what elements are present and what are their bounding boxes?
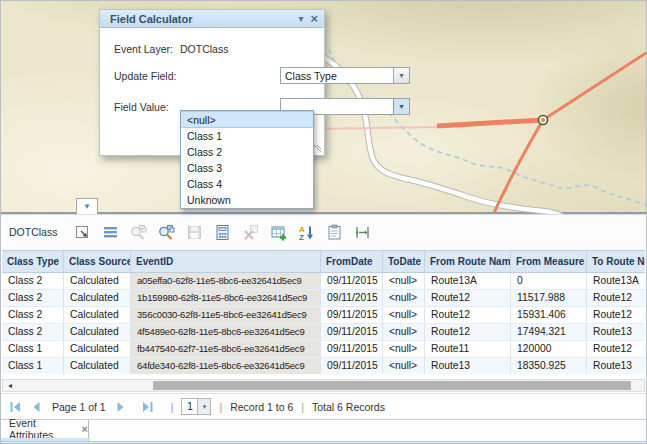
table-cell[interactable]: 17494.321 [511, 324, 587, 341]
table-cell[interactable]: 09/11/2015 [321, 341, 383, 358]
column-header[interactable]: EventID [131, 251, 321, 273]
table-cell[interactable]: 09/11/2015 [321, 324, 383, 341]
previous-page-button[interactable] [31, 401, 41, 413]
table-cell[interactable]: Class 1 [2, 358, 64, 374]
field-value-dropdown-button[interactable]: ▼ [393, 99, 409, 114]
column-header[interactable]: ToDate [383, 251, 425, 273]
table-cell[interactable]: 356c0030-62f8-11e5-8bc6-ee32641d5ec9 [131, 307, 321, 324]
table-cell[interactable]: Route12 [425, 307, 511, 324]
dropdown-option[interactable]: Class 2 [181, 144, 313, 160]
table-cell[interactable]: Calculated [64, 358, 131, 374]
table-row[interactable]: Class 1Calculated64fde340-62f8-11e5-8bc6… [2, 358, 645, 374]
table-cell[interactable]: 15931.406 [511, 307, 587, 324]
table-cell[interactable]: 09/11/2015 [321, 358, 383, 374]
table-cell[interactable]: Route13 [425, 358, 511, 374]
table-row[interactable]: Class 2Calculated4f5489e0-62f8-11e5-8bc6… [2, 324, 645, 341]
route-line-northeast[interactable] [543, 51, 646, 120]
column-header[interactable]: Class Source [64, 251, 131, 273]
last-page-button[interactable] [141, 401, 154, 413]
dialog-menu-icon[interactable]: ▾ [298, 14, 303, 24]
dialog-close-icon[interactable]: × [310, 14, 318, 24]
table-cell[interactable]: Calculated [64, 290, 131, 307]
table-cell[interactable]: Class 2 [2, 307, 64, 324]
table-cell[interactable]: Class 2 [2, 273, 64, 290]
table-cell[interactable]: a05effa0-62f8-11e5-8bc6-ee32641d5ec9 [131, 273, 321, 290]
table-cell[interactable]: 4f5489e0-62f8-11e5-8bc6-ee32641d5ec9 [131, 324, 321, 341]
pagination-bar: Page 1 of 1 | 1 ▼ | Record 1 to 6 | Tota… [1, 393, 646, 419]
column-header[interactable]: From Measure [511, 251, 587, 273]
tab-event-attributes[interactable]: Event Attributes × [1, 420, 89, 438]
panel-collapse-tab[interactable]: ▼ [76, 198, 98, 214]
table-row[interactable]: Class 2Calculateda05effa0-62f8-11e5-8bc6… [2, 273, 645, 290]
table-cell[interactable]: <null> [383, 358, 425, 374]
dropdown-option[interactable]: Class 1 [181, 128, 313, 144]
zoom-to-features-icon[interactable] [157, 223, 175, 241]
page-select-dropdown-icon[interactable]: ▼ [197, 399, 210, 414]
table-cell[interactable]: Route12 [587, 341, 645, 358]
show-selected-records-icon[interactable] [101, 223, 119, 241]
table-cell[interactable]: Route12 [425, 324, 511, 341]
table-cell[interactable]: <null> [383, 341, 425, 358]
add-records-icon[interactable] [269, 223, 287, 241]
table-cell[interactable]: 11517.988 [511, 290, 587, 307]
column-header[interactable]: FromDate [321, 251, 383, 273]
table-cell[interactable]: Route12 [587, 290, 645, 307]
dropdown-option[interactable]: Unknown [181, 192, 313, 208]
select-records-icon[interactable] [73, 223, 91, 241]
dialog-titlebar[interactable]: Field Calculator ▾ × [100, 10, 324, 28]
sort-icon[interactable]: AZ [297, 223, 315, 241]
table-row[interactable]: Class 1Calculatedfb447540-62f7-11e5-8bc6… [2, 341, 645, 358]
table-row[interactable]: Class 2Calculated356c0030-62f8-11e5-8bc6… [2, 307, 645, 324]
table-cell[interactable]: <null> [383, 307, 425, 324]
table-cell[interactable]: Calculated [64, 324, 131, 341]
column-header[interactable]: From Route Name [425, 251, 511, 273]
table-cell[interactable]: 120000 [511, 341, 587, 358]
table-row[interactable]: Class 2Calculated1b159980-62f8-11e5-8bc6… [2, 290, 645, 307]
next-page-button[interactable] [116, 401, 126, 413]
first-page-button[interactable] [9, 401, 22, 413]
scrollbar-thumb[interactable] [153, 381, 631, 390]
field-calculator-icon[interactable] [213, 223, 231, 241]
table-cell[interactable]: <null> [383, 273, 425, 290]
save-edits-icon [185, 223, 203, 241]
table-cell[interactable]: Class 1 [2, 341, 64, 358]
table-cell[interactable]: Route13A [587, 273, 645, 290]
scroll-left-icon[interactable]: ◂ [8, 381, 12, 390]
table-cell[interactable]: Route13 [587, 324, 645, 341]
column-header[interactable]: To Route Name [587, 251, 645, 273]
dropdown-option[interactable]: Class 3 [181, 160, 313, 176]
route-segment-selected[interactable] [437, 120, 543, 126]
table-cell[interactable]: <null> [383, 324, 425, 341]
table-cell[interactable]: Route12 [587, 307, 645, 324]
table-cell[interactable]: Route13 [587, 358, 645, 374]
table-cell[interactable]: Class 2 [2, 290, 64, 307]
update-field-combobox[interactable]: Class Type ▼ [280, 67, 410, 84]
table-cell[interactable]: fb447540-62f7-11e5-8bc6-ee32641d5ec9 [131, 341, 321, 358]
update-field-dropdown-button[interactable]: ▼ [393, 68, 409, 83]
table-cell[interactable]: Calculated [64, 273, 131, 290]
table-cell[interactable]: Class 2 [2, 324, 64, 341]
dialog-resize-grip[interactable] [314, 145, 321, 152]
table-cell[interactable]: 09/11/2015 [321, 307, 383, 324]
pager-separator: | [219, 401, 222, 413]
table-cell[interactable]: 0 [511, 273, 587, 290]
table-cell[interactable]: Calculated [64, 307, 131, 324]
table-cell[interactable]: Route11 [425, 341, 511, 358]
table-cell[interactable]: <null> [383, 290, 425, 307]
table-cell[interactable]: Route13A [425, 273, 511, 290]
dropdown-option[interactable]: Class 4 [181, 176, 313, 192]
table-cell[interactable]: 18350.925 [511, 358, 587, 374]
fit-columns-icon[interactable] [353, 223, 371, 241]
dropdown-option[interactable]: <null> [181, 111, 313, 128]
attribute-form-icon[interactable] [325, 223, 343, 241]
table-cell[interactable]: 1b159980-62f8-11e5-8bc6-ee32641d5ec9 [131, 290, 321, 307]
table-cell[interactable]: Calculated [64, 341, 131, 358]
table-cell[interactable]: 64fde340-62f8-11e5-8bc6-ee32641d5ec9 [131, 358, 321, 374]
column-header[interactable]: Class Type [2, 251, 64, 273]
table-cell[interactable]: Route12 [425, 290, 511, 307]
horizontal-scrollbar[interactable]: ◂ [2, 379, 645, 392]
table-cell[interactable]: 09/11/2015 [321, 273, 383, 290]
page-number-select[interactable]: 1 ▼ [181, 398, 211, 415]
table-cell[interactable]: 09/11/2015 [321, 290, 383, 307]
tab-close-icon[interactable]: × [82, 424, 88, 434]
